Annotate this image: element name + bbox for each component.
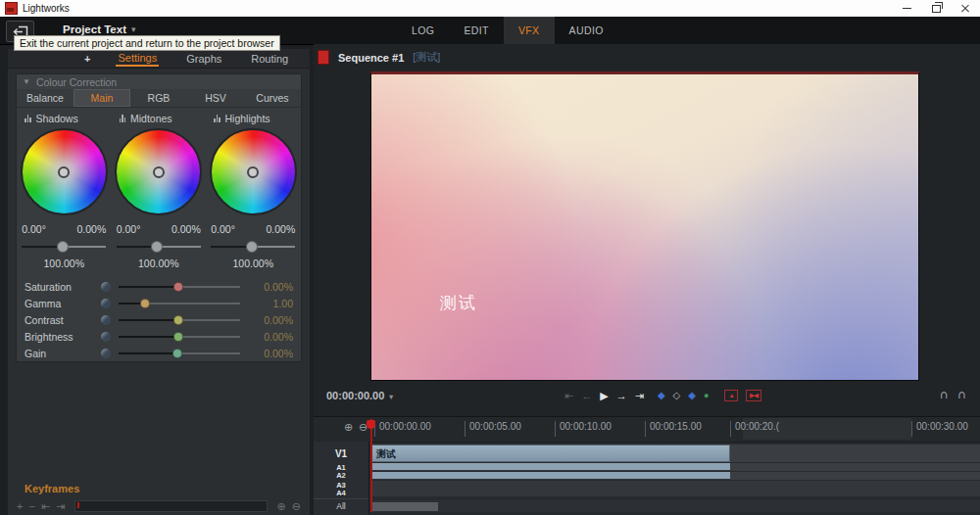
audio-track-lane-a3[interactable] <box>370 481 980 489</box>
contrast-slider[interactable] <box>119 313 240 326</box>
reset-icon[interactable] <box>101 315 111 325</box>
audio-clip-a2[interactable] <box>370 472 730 480</box>
exit-tooltip: Exit the current project and return to t… <box>14 35 280 51</box>
cc-tab-rgb[interactable]: RGB <box>130 89 187 107</box>
track-label-a2[interactable]: A2 <box>314 471 368 480</box>
tab-settings[interactable]: Settings <box>116 50 159 67</box>
room-tabs: LOG EDIT VFX AUDIO <box>397 17 618 44</box>
playhead-marker[interactable] <box>367 420 375 429</box>
redo-icon[interactable]: ∩ <box>957 388 966 401</box>
add-effect-button[interactable]: + <box>84 53 90 65</box>
mark-out-button[interactable]: ◆ <box>688 389 696 402</box>
slider-knob[interactable] <box>172 349 182 358</box>
remove-edit-button[interactable]: ▶◀ <box>746 390 761 401</box>
audio-track-lane-a2[interactable] <box>370 472 980 480</box>
audio-track-lane-a1[interactable] <box>370 463 980 471</box>
wheel-handle[interactable] <box>153 166 165 178</box>
project-dropdown-icon[interactable]: ▾ <box>131 24 136 34</box>
ruler-tick-label: 00:00:20.( <box>730 421 779 437</box>
reset-icon[interactable] <box>101 332 111 342</box>
video-track-lane[interactable]: 测试 <box>370 445 980 462</box>
project-name-menu[interactable]: Project Text <box>63 23 126 35</box>
keyframe-remove-button[interactable]: − <box>28 500 34 512</box>
highlights-luma-slider[interactable] <box>211 240 295 253</box>
timeline-zoom-in-icon[interactable]: ⊕ <box>344 421 353 434</box>
reset-icon[interactable] <box>101 282 111 292</box>
step-back-button[interactable]: ← <box>581 389 592 402</box>
shadows-sat-value: 0.00% <box>76 223 106 235</box>
tab-edit[interactable]: EDIT <box>449 17 504 44</box>
sync-lock-button[interactable]: ● <box>704 389 709 402</box>
mark-in-button[interactable]: ◆ <box>658 389 665 402</box>
reset-icon[interactable] <box>101 349 111 358</box>
shadows-colour-wheel[interactable] <box>21 128 108 215</box>
window-title: Lightworks <box>23 3 70 14</box>
cue-marker-button[interactable]: ◇ <box>673 389 681 402</box>
midtones-wheel-group: Midtones 0.00° 0.00% 100.00% <box>112 111 207 269</box>
highlights-colour-wheel[interactable] <box>210 128 297 215</box>
all-track-lane[interactable] <box>370 500 980 512</box>
keyframes-track[interactable] <box>74 500 267 512</box>
cc-tab-main[interactable]: Main <box>74 89 130 107</box>
timeline-ruler[interactable]: ⊕ ⊖ 00:00:00.00 00:00:05.00 00:00:10.00 … <box>314 417 980 443</box>
undo-icon[interactable]: ∩ <box>939 388 948 401</box>
midtones-luma-slider[interactable] <box>117 240 201 253</box>
cc-tab-curves[interactable]: Curves <box>244 89 301 107</box>
midtones-colour-wheel[interactable] <box>115 128 202 215</box>
slider-knob[interactable] <box>140 299 150 308</box>
tab-audio[interactable]: AUDIO <box>555 17 618 44</box>
tab-vfx[interactable]: VFX <box>504 17 555 44</box>
minimize-icon <box>903 8 911 9</box>
tab-graphs[interactable]: Graphs <box>184 51 223 66</box>
brightness-slider[interactable] <box>119 330 240 343</box>
playhead-line[interactable] <box>370 419 372 512</box>
go-to-start-button[interactable]: ⇤ <box>564 389 573 402</box>
track-label-v1[interactable]: V1 <box>314 448 368 459</box>
tab-routing[interactable]: Routing <box>249 51 290 66</box>
play-button[interactable]: ▶ <box>600 389 608 402</box>
ruler-tick-label: 00:00:30.00 <box>911 421 968 437</box>
keyframe-prev-button[interactable]: ⇤ <box>41 500 50 513</box>
current-timecode[interactable]: 00:00:00.00 <box>326 390 384 401</box>
video-clip[interactable]: 测试 <box>370 445 730 462</box>
timecode-dropdown-icon[interactable]: ▾ <box>389 392 393 401</box>
wheel-handle[interactable] <box>247 166 259 178</box>
saturation-slider[interactable] <box>119 280 240 293</box>
tab-log[interactable]: LOG <box>397 17 449 44</box>
go-to-end-button[interactable]: ⇥ <box>635 389 644 402</box>
slider-knob[interactable] <box>173 332 183 342</box>
slider-knob[interactable] <box>57 241 69 253</box>
gain-value: 0.00% <box>240 348 293 359</box>
colour-correction-title: Colour Correction <box>36 76 117 88</box>
cc-tab-hsv[interactable]: HSV <box>187 89 244 107</box>
video-viewer[interactable]: 测试 <box>370 71 919 381</box>
shadows-luma-slider[interactable] <box>22 240 106 253</box>
collapse-icon[interactable]: ▼ <box>23 77 30 86</box>
step-forward-button[interactable]: → <box>616 389 627 402</box>
cc-tab-balance[interactable]: Balance <box>17 89 74 107</box>
wheel-handle[interactable] <box>58 166 70 178</box>
keyframe-add-button[interactable]: + <box>17 500 23 512</box>
keyframes-zoom-out-icon[interactable]: ⊖ <box>292 500 301 513</box>
restore-button[interactable] <box>921 0 951 17</box>
slider-knob[interactable] <box>173 282 183 292</box>
shadows-luma-value: 100.00% <box>44 258 84 269</box>
timeline-scrollbar[interactable] <box>371 502 438 511</box>
reset-icon[interactable] <box>101 299 111 308</box>
slider-knob[interactable] <box>246 241 258 253</box>
slider-knob[interactable] <box>151 241 163 253</box>
keyframes-zoom-in-icon[interactable]: ⊕ <box>277 500 286 513</box>
gamma-slider[interactable] <box>119 297 240 309</box>
audio-clip-a1[interactable] <box>370 463 730 471</box>
minimize-button[interactable] <box>892 0 921 17</box>
gain-slider[interactable] <box>119 347 240 359</box>
slider-knob[interactable] <box>173 315 183 325</box>
sequence-title: Sequence #1 <box>338 52 404 64</box>
track-label-a4[interactable]: A4 <box>314 489 368 497</box>
keyframe-next-button[interactable]: ⇥ <box>56 500 65 513</box>
audio-track-lane-a4[interactable] <box>370 489 980 496</box>
insert-edit-button[interactable]: ▲ <box>724 390 737 401</box>
track-label-all[interactable]: All <box>314 501 368 511</box>
close-button[interactable] <box>951 0 980 17</box>
timeline-panel: ⊕ ⊖ 00:00:00.00 00:00:05.00 00:00:10.00 … <box>314 416 980 515</box>
